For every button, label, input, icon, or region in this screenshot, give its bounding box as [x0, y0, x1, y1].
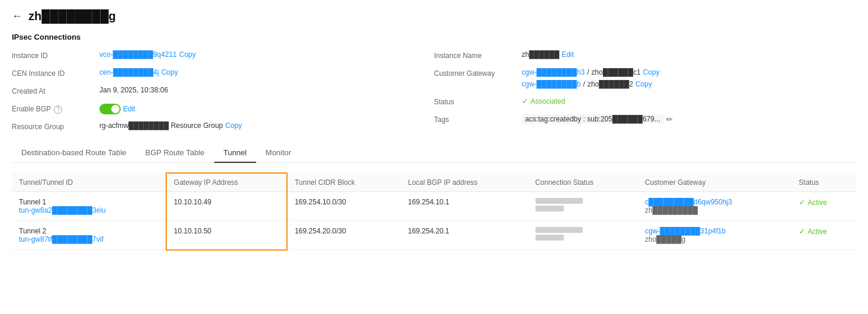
enable-bgp-label: Enable BGP ?: [12, 104, 95, 114]
instance-name-edit-button[interactable]: Edit: [562, 50, 574, 59]
created-at-label: Created At: [12, 86, 95, 95]
table-row: Tunnel 1 tun-gw8a2████████3eiu10.10.10.4…: [12, 192, 856, 221]
cg-link-2[interactable]: cgw-████████b: [522, 80, 581, 88]
cg-1-copy-button[interactable]: Copy: [643, 68, 660, 76]
status-cell: ✓ Active: [792, 192, 856, 221]
tunnel-name: Tunnel 2: [19, 227, 159, 235]
info-left: Instance ID vco-████████9q4211 Copy CEN …: [12, 49, 434, 134]
tab-tunnel[interactable]: Tunnel: [214, 143, 256, 163]
status-badge: ✓ Active: [799, 198, 849, 207]
tunnel-name-cell: Tunnel 1 tun-gw8a2████████3eiu: [12, 192, 166, 221]
info-grid: Instance ID vco-████████9q4211 Copy CEN …: [12, 49, 856, 134]
connection-status-cell: [528, 192, 638, 221]
customer-gateway-label: Customer Gateway: [434, 68, 517, 78]
tags-edit-icon[interactable]: ✏: [666, 115, 673, 124]
tunnel-name: Tunnel 1: [19, 198, 159, 206]
cg-line-2: cgw-████████b / zho██████2 Copy: [522, 80, 652, 88]
col-status: Status: [792, 173, 856, 192]
col-cidr-block: Tunnel CIDR Block: [287, 173, 401, 192]
cg-bottom: zho█████g: [645, 235, 785, 243]
tabs: Destination-based Route Table BGP Route …: [12, 143, 856, 163]
local-bgp-ip-cell: 169.254.20.1: [401, 221, 528, 250]
section-title: IPsec Connections: [12, 33, 856, 41]
back-button[interactable]: ←: [12, 10, 22, 23]
status-check-icon: ✓: [799, 227, 805, 236]
customer-gateway-cell: cgw-████████31p4f1b zho█████g: [638, 221, 792, 250]
tag-item: acs:tag:createdby : sub:205██████679...: [522, 114, 664, 124]
bgp-toggle: [99, 104, 121, 114]
status-associated: ✓ Associated: [522, 97, 566, 105]
tab-bgp-route[interactable]: BGP Route Table: [136, 143, 214, 163]
tunnel-table: Tunnel/Tunnel ID Gateway IP Address Tunn…: [12, 172, 856, 251]
status-label: Status: [434, 97, 517, 106]
tab-monitor[interactable]: Monitor: [256, 143, 301, 163]
connection-status-cell: [528, 221, 638, 250]
cen-instance-id-label: CEN Instance ID: [12, 68, 95, 78]
connection-status-line: [535, 198, 583, 204]
status-row: Status ✓ Associated: [434, 95, 857, 109]
tunnel-id[interactable]: tun-gw8a2████████3eiu: [19, 206, 159, 214]
cg-bottom: zh█████████: [645, 206, 785, 214]
bgp-toggle-switch[interactable]: [99, 104, 121, 114]
table-header-row: Tunnel/Tunnel ID Gateway IP Address Tunn…: [12, 173, 856, 192]
resource-group-row: Resource Group rg-acfmw████████ Resource…: [12, 120, 434, 134]
tunnel-id[interactable]: tun-gw87tf████████7vif: [19, 235, 159, 243]
gateway-ip-cell: 10.10.10.49: [166, 192, 287, 221]
info-right: Instance Name zh██████ Edit Customer Gat…: [434, 49, 857, 134]
cg-top-link[interactable]: c█████████d6qw950hj3: [645, 198, 785, 206]
cidr-block-cell: 169.254.10.0/30: [287, 192, 401, 221]
status-check-icon: ✓: [799, 198, 805, 207]
resource-group-copy-button[interactable]: Copy: [225, 121, 242, 130]
check-icon: ✓: [522, 97, 528, 105]
cen-instance-id-row: CEN Instance ID cen-████████4j Copy: [12, 66, 434, 81]
col-tunnel-id: Tunnel/Tunnel ID: [12, 173, 166, 192]
page-title: zh████████g: [28, 9, 116, 23]
tags-label: Tags: [434, 114, 517, 124]
cg-line-1: cgw-████████h3 / zho██████c1 Copy: [522, 68, 660, 76]
tags-row: Tags acs:tag:createdby : sub:205██████67…: [434, 113, 857, 127]
tunnel-name-cell: Tunnel 2 tun-gw87tf████████7vif: [12, 221, 166, 250]
instance-id-copy-button[interactable]: Copy: [179, 50, 196, 59]
cg-link-1[interactable]: cgw-████████h3: [522, 68, 585, 76]
gateway-ip-cell: 10.10.10.50: [166, 221, 287, 250]
connection-status-line: [535, 227, 583, 233]
instance-name-label: Instance Name: [434, 50, 517, 60]
bgp-edit-button[interactable]: Edit: [123, 105, 135, 113]
cen-instance-id-link[interactable]: cen-████████4j: [99, 68, 159, 76]
customer-gateway-row: Customer Gateway cgw-████████h3 / zho███…: [434, 66, 857, 91]
cg-top-link[interactable]: cgw-████████31p4f1b: [645, 227, 785, 235]
page-header: ← zh████████g: [12, 9, 856, 23]
status-badge: ✓ Active: [799, 227, 849, 236]
bgp-help-icon[interactable]: ?: [54, 105, 62, 114]
created-at-row: Created At Jan 9, 2025, 10:38:06: [12, 84, 434, 98]
col-gateway-ip: Gateway IP Address: [166, 173, 287, 192]
instance-id-label: Instance ID: [12, 50, 95, 60]
instance-id-row: Instance ID vco-████████9q4211 Copy: [12, 49, 434, 63]
enable-bgp-value: Edit: [99, 104, 434, 114]
connection-status-line: [535, 235, 564, 241]
local-bgp-ip-cell: 169.254.10.1: [401, 192, 528, 221]
cen-instance-id-copy-button[interactable]: Copy: [162, 68, 178, 76]
status-value: ✓ Associated: [522, 97, 857, 105]
instance-name-row: Instance Name zh██████ Edit: [434, 49, 857, 63]
instance-id-value: vco-████████9q4211 Copy: [99, 50, 434, 59]
tunnel-table-container: Tunnel/Tunnel ID Gateway IP Address Tunn…: [12, 172, 856, 251]
col-local-bgp-ip: Local BGP IP address: [401, 173, 528, 192]
customer-gateway-value: cgw-████████h3 / zho██████c1 Copy cgw-██…: [522, 68, 857, 89]
instance-name-value: zh██████ Edit: [522, 50, 857, 59]
resource-group-value: rg-acfmw████████ Resource Group Copy: [99, 121, 434, 130]
connection-status-line: [535, 206, 564, 212]
cen-instance-id-value: cen-████████4j Copy: [99, 68, 434, 76]
col-connection-status: Connection Status: [528, 173, 638, 192]
customer-gateway-cell: c█████████d6qw950hj3 zh█████████: [638, 192, 792, 221]
tab-destination-route[interactable]: Destination-based Route Table: [12, 143, 136, 163]
enable-bgp-row: Enable BGP ? Edit: [12, 102, 434, 116]
created-at-value: Jan 9, 2025, 10:38:06: [99, 86, 434, 94]
col-customer-gateway: Customer Gateway: [638, 173, 792, 192]
cg-2-copy-button[interactable]: Copy: [635, 80, 652, 88]
status-cell: ✓ Active: [792, 221, 856, 250]
tags-value: acs:tag:createdby : sub:205██████679... …: [522, 114, 857, 124]
instance-id-link[interactable]: vco-████████9q4211: [99, 50, 177, 59]
table-row: Tunnel 2 tun-gw87tf████████7vif10.10.10.…: [12, 221, 856, 250]
resource-group-label: Resource Group: [12, 121, 95, 131]
